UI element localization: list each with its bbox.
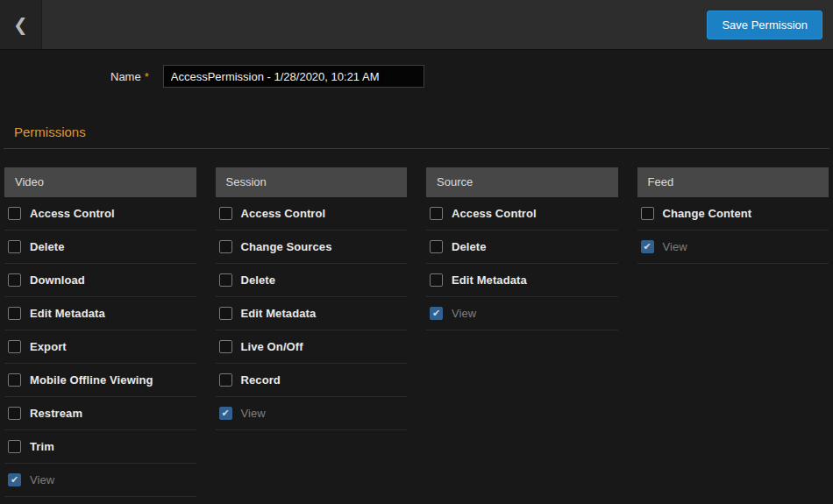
checkbox-unchecked-icon[interactable] (219, 240, 232, 253)
permission-label: Change Sources (241, 240, 332, 253)
name-form-row: Name * (0, 50, 833, 88)
section-divider (4, 148, 829, 149)
permission-label: Edit Metadata (241, 307, 317, 320)
permission-label: Export (30, 340, 67, 353)
checkbox-unchecked-icon[interactable] (641, 207, 654, 220)
name-input[interactable] (163, 65, 424, 88)
checkbox-unchecked-icon[interactable] (219, 273, 232, 287)
checkbox-unchecked-icon[interactable] (8, 307, 21, 320)
permission-item[interactable]: Record (216, 364, 408, 397)
permission-item[interactable]: Access Control (4, 197, 196, 231)
permission-label: Record (241, 373, 281, 387)
checkbox-checked-icon[interactable]: ✔ (219, 407, 232, 420)
permission-label: Access Control (452, 207, 537, 220)
permission-label: Edit Metadata (30, 307, 105, 320)
column-header: Session (216, 167, 408, 197)
permission-label: Edit Metadata (452, 273, 527, 287)
permission-label: View (30, 473, 54, 486)
column-header: Feed (637, 167, 829, 197)
permission-label: Live On/Off (241, 340, 303, 353)
permission-column-session: SessionAccess ControlChange SourcesDelet… (216, 167, 408, 497)
checkbox-unchecked-icon[interactable] (430, 207, 443, 220)
permission-label: Download (30, 273, 85, 287)
permission-label: Restream (30, 407, 82, 420)
permission-item[interactable]: ✔View (426, 297, 618, 330)
permission-label: View (452, 307, 476, 320)
permission-label: Mobile Offline Viewing (30, 373, 153, 387)
chevron-left-icon: ❮ (13, 14, 28, 35)
permission-column-source: SourceAccess ControlDeleteEdit Metadata✔… (426, 167, 618, 497)
checkbox-unchecked-icon[interactable] (219, 373, 232, 387)
permissions-section-title: Permissions (14, 124, 833, 139)
checkbox-checked-icon[interactable]: ✔ (641, 240, 654, 253)
permission-item[interactable]: Mobile Offline Viewing (4, 364, 196, 397)
column-header: Video (4, 167, 196, 197)
back-button[interactable]: ❮ (0, 0, 42, 49)
permission-label: View (241, 407, 266, 420)
permission-label: Delete (452, 240, 487, 253)
checkbox-unchecked-icon[interactable] (8, 240, 21, 253)
checkbox-unchecked-icon[interactable] (8, 207, 21, 220)
permission-item[interactable]: Restream (4, 397, 196, 430)
permission-item[interactable]: Export (4, 330, 196, 364)
permission-label: View (663, 240, 687, 253)
permission-label: Delete (30, 240, 65, 253)
save-permission-button[interactable]: Save Permission (707, 11, 822, 39)
checkbox-unchecked-icon[interactable] (430, 273, 443, 287)
permission-item[interactable]: Edit Metadata (216, 297, 408, 330)
permission-item[interactable]: Change Sources (216, 231, 408, 264)
permission-item[interactable]: Delete (426, 231, 618, 264)
permission-item[interactable]: Access Control (426, 197, 618, 231)
column-header: Source (426, 167, 618, 197)
permission-item[interactable]: Access Control (216, 197, 408, 231)
checkbox-unchecked-icon[interactable] (8, 407, 21, 420)
permission-label: Trim (30, 440, 54, 453)
permission-item[interactable]: Download (4, 264, 196, 297)
checkbox-checked-icon[interactable]: ✔ (430, 307, 443, 320)
checkbox-unchecked-icon[interactable] (430, 240, 443, 253)
checkbox-unchecked-icon[interactable] (219, 207, 232, 220)
top-bar: ❮ Save Permission (0, 0, 833, 50)
checkbox-unchecked-icon[interactable] (8, 440, 21, 453)
permission-item[interactable]: Edit Metadata (4, 297, 196, 330)
permission-column-feed: FeedChange Content✔View (637, 167, 829, 497)
permission-item[interactable]: ✔View (216, 397, 408, 430)
permission-item[interactable]: Live On/Off (216, 330, 408, 364)
checkbox-checked-icon[interactable]: ✔ (8, 473, 21, 486)
checkbox-unchecked-icon[interactable] (8, 340, 21, 353)
permission-label: Access Control (30, 207, 115, 220)
checkbox-unchecked-icon[interactable] (8, 373, 21, 387)
name-label: Name (110, 70, 141, 83)
permission-label: Delete (241, 273, 276, 287)
checkbox-unchecked-icon[interactable] (8, 273, 21, 287)
required-asterisk: * (145, 70, 149, 83)
permission-item[interactable]: Delete (216, 264, 408, 297)
permission-item[interactable]: Change Content (637, 197, 829, 231)
permission-item[interactable]: ✔View (4, 464, 196, 497)
permission-label: Change Content (663, 207, 752, 220)
checkbox-unchecked-icon[interactable] (219, 340, 232, 353)
permission-item[interactable]: Edit Metadata (426, 264, 618, 297)
permission-label: Access Control (241, 207, 326, 220)
permissions-columns: VideoAccess ControlDeleteDownloadEdit Me… (0, 167, 833, 497)
permission-item[interactable]: Delete (4, 231, 196, 264)
permission-column-video: VideoAccess ControlDeleteDownloadEdit Me… (4, 167, 196, 497)
permission-item[interactable]: Trim (4, 430, 196, 464)
checkbox-unchecked-icon[interactable] (219, 307, 232, 320)
permission-item[interactable]: ✔View (637, 231, 829, 264)
